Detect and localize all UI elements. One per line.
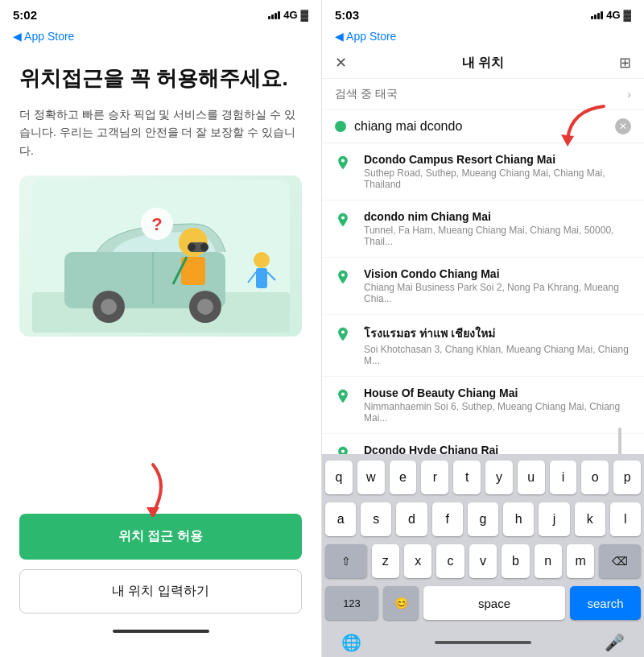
battery-right: ▓ (624, 9, 631, 21)
svg-point-6 (197, 299, 213, 315)
header-title: 내 위치 (462, 55, 504, 72)
key-space[interactable]: space (423, 586, 565, 620)
key-w[interactable]: w (357, 461, 385, 494)
location-pin-icon (335, 326, 354, 345)
key-s[interactable]: s (361, 502, 391, 536)
bar4 (278, 11, 280, 19)
globe-icon[interactable]: 🌐 (341, 633, 361, 652)
key-emoji[interactable]: 😊 (383, 586, 419, 620)
search-header: ✕ 내 위치 ⊞ (322, 48, 644, 79)
key-k[interactable]: k (575, 502, 605, 536)
main-description: 더 정확하고 빠른 승차 픽업 및 서비스를 경험하실 수 있습니다. 우리는 … (19, 105, 302, 159)
search-button[interactable]: search (570, 586, 641, 620)
bar1 (268, 16, 270, 19)
allow-location-label: 위치 접근 허용 (118, 529, 203, 543)
result-item[interactable]: dcondo nim Chiang Mai Tunnel, Fa Ham, Mu… (322, 200, 644, 258)
result-address: Nimmanhaemin Soi 6, Suthep, Mueang Chian… (364, 401, 631, 424)
left-content: 위치접근을 꼭 허용해주세요. 더 정확하고 빠른 승차 픽업 및 서비스를 경… (0, 49, 321, 501)
result-name: Dcondo Hyde Chiang Rai (364, 444, 621, 454)
result-name: House Of Beauty Chiang Mai (364, 386, 631, 399)
location-pin-icon (335, 445, 354, 454)
time-left: 5:02 (13, 8, 37, 22)
keyboard-bottom-bar: 🌐 🎤 (325, 628, 641, 654)
key-o[interactable]: o (581, 461, 609, 494)
key-shift[interactable]: ⇧ (325, 544, 367, 578)
status-bar-left: 5:02 4G ▓ (0, 0, 321, 27)
chevron-right-icon: › (627, 88, 631, 101)
result-text: House Of Beauty Chiang Mai Nimmanhaemin … (364, 386, 631, 424)
close-button[interactable]: ✕ (335, 54, 347, 72)
svg-rect-17 (256, 268, 267, 288)
result-address: Suthep Road, Suthep, Mueang Chiang Mai, … (364, 167, 631, 190)
key-m[interactable]: m (567, 544, 594, 578)
key-b[interactable]: b (502, 544, 529, 578)
status-bar-right: 5:03 4G ▓ (322, 0, 644, 27)
result-text: dcondo nim Chiang Mai Tunnel, Fa Ham, Mu… (364, 210, 631, 247)
result-address: Chiang Mai Business Park Soi 2, Nong Pa … (364, 282, 631, 304)
key-h[interactable]: h (503, 502, 534, 536)
key-d[interactable]: d (396, 502, 427, 536)
key-r[interactable]: r (421, 461, 448, 494)
location-pin-icon (335, 388, 354, 407)
key-t[interactable]: t (453, 461, 481, 494)
home-indicator-left (113, 630, 209, 633)
arrow-indicator-right (555, 102, 612, 150)
key-c[interactable]: c (436, 544, 464, 578)
svg-marker-20 (147, 507, 159, 517)
key-v[interactable]: v (469, 544, 497, 578)
filter-text: 검색 중 태국 (335, 87, 398, 101)
result-name: Vision Condo Chiang Mai (364, 267, 631, 280)
map-icon[interactable]: ⊞ (619, 54, 631, 72)
signal-label-right: 4G (606, 9, 620, 21)
svg-point-24 (341, 273, 345, 276)
key-n[interactable]: n (535, 544, 562, 578)
key-g[interactable]: g (468, 502, 498, 536)
enter-location-button[interactable]: 내 위치 입력하기 (19, 569, 302, 614)
home-bar (435, 641, 531, 644)
key-i[interactable]: i (550, 461, 577, 494)
result-name: โรงแรมอร ท่าแพ เชียงใหม่ (364, 324, 631, 342)
result-item[interactable]: Dcondo Hyde Chiang Rai Phahon Yothin Rd,… (322, 434, 644, 454)
key-f[interactable]: f (432, 502, 463, 536)
location-pin-icon (335, 269, 354, 288)
main-title: 위치접근을 꼭 허용해주세요. (19, 65, 302, 93)
app-store-bar-right[interactable]: ◀ App Store (322, 27, 644, 48)
app-store-link-left[interactable]: ◀ App Store (13, 30, 74, 43)
key-x[interactable]: x (404, 544, 431, 578)
microphone-icon[interactable]: 🎤 (605, 633, 625, 652)
app-store-link-right[interactable]: ◀ App Store (335, 30, 396, 43)
allow-location-button[interactable]: 위치 접근 허용 (19, 514, 302, 560)
key-y[interactable]: y (485, 461, 513, 494)
svg-marker-21 (561, 134, 574, 147)
location-pin-icon (335, 155, 354, 174)
key-e[interactable]: e (390, 461, 417, 494)
clear-button[interactable]: ✕ (615, 118, 631, 134)
keyboard-row-3: ⇧ z x c v b n m ⌫ (325, 544, 641, 578)
key-numbers[interactable]: 123 (325, 586, 378, 620)
key-z[interactable]: z (372, 544, 399, 578)
app-store-bar-left[interactable]: ◀ App Store (0, 27, 321, 49)
bar3 (275, 13, 277, 19)
signal-bars-right (591, 11, 603, 19)
battery-left: ▓ (301, 9, 308, 21)
key-a[interactable]: a (325, 502, 356, 536)
key-j[interactable]: j (539, 502, 569, 536)
keyboard[interactable]: q w e r t y u i o p a s d f g h j k l ⇧ … (322, 454, 644, 657)
result-item[interactable]: House Of Beauty Chiang Mai Nimmanhaemin … (322, 377, 644, 434)
result-address: Tunnel, Fa Ham, Mueang Chiang Mai, Chian… (364, 225, 631, 247)
result-item[interactable]: Dcondo Campus Resort Chiang Mai Suthep R… (322, 143, 644, 200)
location-dot (335, 121, 346, 132)
key-p[interactable]: p (613, 461, 641, 494)
key-u[interactable]: u (518, 461, 545, 494)
car-illustration: ? (32, 180, 290, 333)
key-q[interactable]: q (325, 461, 353, 494)
key-l[interactable]: l (610, 502, 641, 536)
result-name: Dcondo Campus Resort Chiang Mai (364, 153, 631, 166)
result-item[interactable]: Vision Condo Chiang Mai Chiang Mai Busin… (322, 258, 644, 315)
scroll-indicator[interactable] (618, 428, 621, 454)
key-delete[interactable]: ⌫ (599, 544, 641, 578)
status-icons-left: 4G ▓ (268, 9, 308, 21)
result-item[interactable]: โรงแรมอร ท่าแพ เชียงใหม่ Soi Khotchasan … (322, 315, 644, 377)
status-icons-right: 4G ▓ (591, 9, 631, 21)
svg-point-22 (341, 159, 345, 162)
